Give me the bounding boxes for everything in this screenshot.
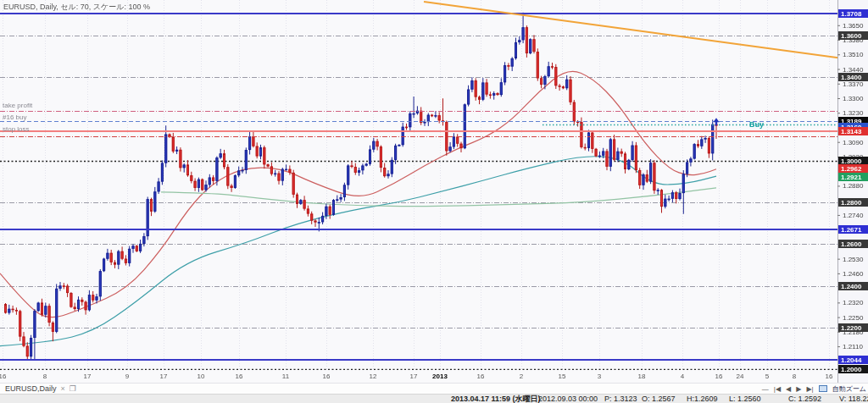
minimize-icon[interactable]: — [762,385,769,393]
status-low: L: 1.2560 [729,395,761,403]
autozoom-toggle[interactable]: 自動ズーム [832,384,866,394]
price-chart[interactable] [0,0,868,383]
chart-nav-controls: — |◀ ◀ ▶ ▶| 自動ズーム [762,384,868,394]
chart-tab-bar: EURUSD,Daily × ❐ — |◀ ◀ ▶ ▶| 自動ズーム [0,383,868,394]
tab-eurusd-daily[interactable]: EURUSD,Daily × ❐ [0,384,81,393]
status-bar: 2013.04.17 11:59 (水曜日) 2012.09.03 00:00 … [0,394,868,403]
trading-app-window: EURUSD, Daily, セル: 70, スケール: 100 % take … [0,0,868,403]
tab-close-icon[interactable]: × [61,384,65,393]
status-bar-date: 2012.09.03 00:00 [538,395,598,403]
status-volume: V: 118.22 B [839,395,868,403]
status-price: P: 1.3123 [604,395,637,403]
nav-last-icon[interactable]: ▶| [806,385,813,393]
status-high: H:1.2609 [687,395,718,403]
window-restore-icon[interactable]: ❐ [70,384,76,393]
monitor-icon[interactable] [819,385,827,392]
nav-first-icon[interactable]: |◀ [774,385,781,393]
nav-prev-icon[interactable]: ◀ [786,385,791,393]
nav-next-icon[interactable]: ▶ [796,385,801,393]
status-current-time: 2013.04.17 11:59 (水曜日) [451,395,541,403]
tab-label: EURUSD,Daily [5,384,57,393]
status-close: C: 1.2592 [788,395,821,403]
status-open: O: 1.2567 [642,395,676,403]
